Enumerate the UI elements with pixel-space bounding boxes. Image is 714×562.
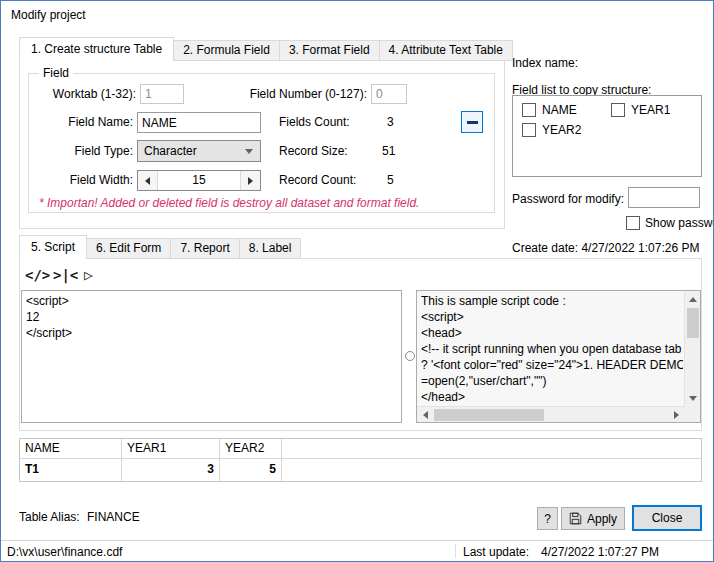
grid-cell-filler [282,459,701,481]
show-password-checkbox[interactable] [626,216,640,230]
field-number-label: Field Number (0-127): [209,87,367,101]
table-alias-label: Table Alias: [19,510,80,524]
window-title: Modify project [11,8,86,22]
tab-label[interactable]: 8. Label [239,238,302,259]
grid-header-year1[interactable]: YEAR1 [122,439,220,458]
tab-attribute-text-table[interactable]: 4. Attribute Text Table [379,40,513,61]
scroll-up-icon[interactable] [685,291,701,307]
password-input[interactable] [628,187,700,208]
password-label: Password for modify: [512,192,624,206]
tab-format-field[interactable]: 3. Format Field [279,40,380,61]
modify-project-dialog: Modify project 1. Create structure Table… [0,0,714,562]
remove-field-button[interactable] [461,111,483,133]
file-path-text: D:\vx\user\finance.cdf [7,545,122,559]
checkbox-year2[interactable] [522,123,536,137]
grid-cell-year2[interactable]: 5 [220,459,282,481]
code-icon[interactable]: </> [25,267,50,283]
field-group-title: Field [39,66,73,80]
status-bar: D:\vx\user\finance.cdf Last update: 4/27… [1,540,713,561]
vertical-scroll-thumb[interactable] [687,308,699,338]
horizontal-scroll-thumb[interactable] [434,409,544,421]
worktab-label: Worktab (1-32): [33,87,136,101]
splitter-handle[interactable] [405,351,415,361]
checkbox-year1-label[interactable]: YEAR1 [631,103,670,117]
apply-button[interactable]: Apply [561,507,625,530]
create-date-label: Create date: [512,241,578,255]
field-type-value: Character [138,144,245,158]
preview-data-grid: NAME YEAR1 YEAR2 T1 3 5 [19,438,702,482]
scroll-right-icon[interactable] [668,407,684,423]
script-tabstrip: 5. Script 6. Edit Form 7. Report 8. Labe… [19,235,300,259]
field-type-dropdown[interactable]: Character [137,140,261,162]
collapse-icon[interactable]: >|< [53,267,78,283]
create-date: Create date: 4/27/2022 1:07:26 PM [512,241,699,255]
field-name-label: Field Name: [33,115,133,129]
field-groupbox: Field Worktab (1-32): Field Number (0-12… [28,73,495,213]
field-type-label: Field Type: [33,144,133,158]
field-name-input[interactable] [137,112,261,133]
status-separator [455,544,456,558]
checkbox-year2-label[interactable]: YEAR2 [542,123,581,137]
grid-data-row[interactable]: T1 3 5 [20,459,701,481]
checkbox-year1[interactable] [611,103,625,117]
field-width-label: Field Width: [33,173,133,187]
chevron-down-icon [245,149,253,154]
script-panel: </> >|< ▷ <script> 12 </script> This is … [19,258,702,431]
field-copy-listbox[interactable]: NAME YEAR1 YEAR2 [512,95,702,177]
checkbox-name-label[interactable]: NAME [542,103,577,117]
sample-script-box[interactable]: This is sample script code : <script> <h… [416,290,701,423]
tab-edit-form[interactable]: 6. Edit Form [86,238,171,259]
help-button[interactable]: ? [537,507,558,530]
field-width-stepper: 15 [137,170,261,191]
stepper-increase-button[interactable] [240,171,260,190]
create-date-value: 4/27/2022 1:07:26 PM [581,241,699,255]
scroll-down-icon[interactable] [685,390,701,406]
structure-tabstrip: 1. Create structure Table 2. Formula Fie… [19,37,512,61]
arrow-left-icon [145,177,150,185]
arrow-right-icon [248,177,253,185]
grid-header-name[interactable]: NAME [20,439,122,458]
tab-script[interactable]: 5. Script [19,235,87,259]
apply-button-label: Apply [587,512,617,526]
record-count-label: Record Count: [279,173,356,187]
run-icon[interactable]: ▷ [84,266,93,284]
tab-report[interactable]: 7. Report [170,238,239,259]
field-number-input[interactable] [371,84,407,104]
scrollbar-corner [684,406,700,422]
grid-cell-name[interactable]: T1 [20,459,122,481]
field-width-value: 15 [158,171,240,190]
grid-header-filler [282,439,701,458]
close-button[interactable]: Close [632,505,702,531]
table-alias-value: FINANCE [87,510,140,524]
record-size-label: Record Size: [279,144,348,158]
record-count-value: 5 [387,173,394,187]
tab-formula-field[interactable]: 2. Formula Field [173,40,280,61]
sample-script-text: This is sample script code : <script> <h… [421,293,683,405]
index-name-label: Index name: [512,56,578,70]
grid-header-year2[interactable]: YEAR2 [220,439,282,458]
last-update-label: Last update: [463,545,529,559]
minus-icon [467,121,478,124]
destructive-warning-text: * Importan! Added or deleted field is de… [39,196,419,210]
stepper-decrease-button[interactable] [138,171,158,190]
grid-cell-year1[interactable]: 3 [122,459,220,481]
last-update-value: 4/27/2022 1:07:27 PM [541,545,659,559]
scroll-left-icon[interactable] [417,407,433,423]
vertical-scrollbar[interactable] [684,291,700,406]
horizontal-scrollbar[interactable] [417,406,684,422]
fields-count-value: 3 [387,115,394,129]
worktab-input[interactable] [140,84,184,104]
checkbox-name[interactable] [522,103,536,117]
save-icon [569,512,582,525]
show-password-label[interactable]: Show password [645,216,714,230]
tab-create-structure-table[interactable]: 1. Create structure Table [19,37,174,61]
fields-count-label: Fields Count: [279,115,350,129]
record-size-value: 51 [382,144,395,158]
script-code-editor[interactable]: <script> 12 </script> [21,290,402,423]
grid-header-row: NAME YEAR1 YEAR2 [20,439,701,459]
